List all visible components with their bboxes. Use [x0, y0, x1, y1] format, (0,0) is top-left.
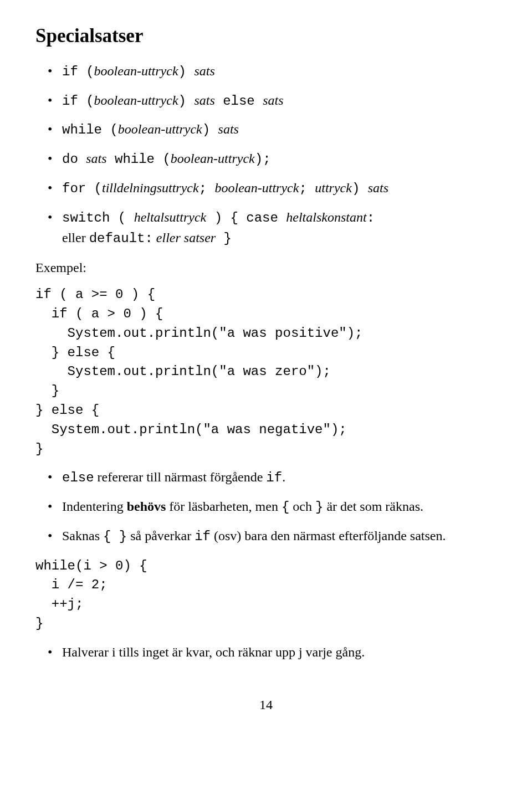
list-item: if (boolean-uttryck) sats else sats [35, 91, 497, 111]
list-item: Saknas { } så påverkar if (osv) bara den… [35, 526, 497, 547]
list-item: Indentering behövs för läsbarheten, men … [35, 497, 497, 517]
bottom-bullet-list: Halverar i tills inget är kvar, och räkn… [35, 643, 497, 662]
mid-bullet-list: else refererar till närmast förgående if… [35, 468, 497, 546]
section-heading: Specialsatser [35, 22, 497, 50]
list-item: while (boolean-uttryck) sats [35, 120, 497, 140]
top-bullet-list: if (boolean-uttryck) satsif (boolean-utt… [35, 61, 497, 249]
list-item: for (tilldelningsuttryck; boolean-uttryc… [35, 178, 497, 199]
list-item: do sats while (boolean-uttryck); [35, 149, 497, 170]
code-block-1: if ( a >= 0 ) { if ( a > 0 ) { System.ou… [35, 285, 497, 459]
page-number: 14 [35, 695, 497, 715]
code-block-2: while(i > 0) { i /= 2; ++j; } [35, 557, 497, 634]
list-item: if (boolean-uttryck) sats [35, 61, 497, 82]
list-item: switch ( heltalsuttryck ) { case heltals… [35, 208, 497, 249]
list-item: Halverar i tills inget är kvar, och räkn… [35, 643, 497, 662]
list-item: else refererar till närmast förgående if… [35, 468, 497, 488]
exempel-label: Exempel: [35, 258, 497, 278]
